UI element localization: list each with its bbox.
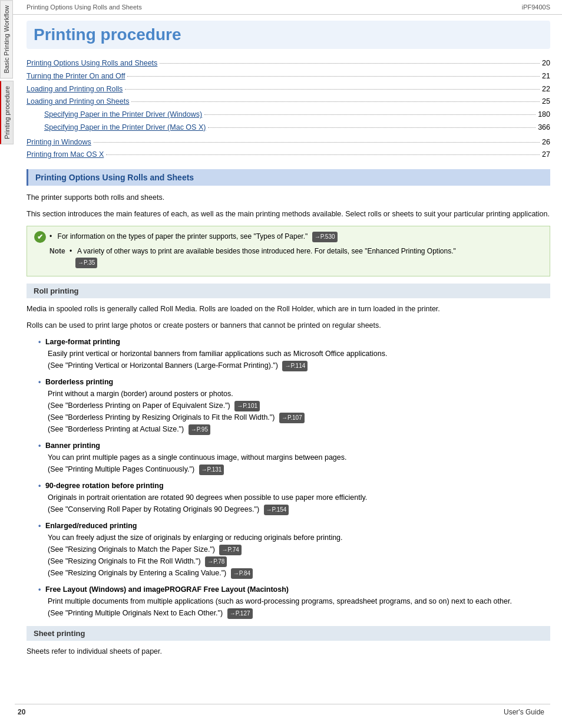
ref-p95[interactable]: →P.95 — [189, 424, 210, 435]
toc-dots — [160, 63, 540, 64]
bullet-ref-line: (See "Conserving Roll Paper by Rotating … — [38, 503, 550, 515]
bullet-dot-icon: • — [38, 522, 41, 530]
toc-row: Loading and Printing on Rolls 22 — [27, 84, 550, 95]
bullet-ref-line: (See "Borderless Printing at Actual Size… — [38, 423, 550, 435]
toc: Printing Options Using Rolls and Sheets … — [27, 58, 550, 160]
top-bar: Printing Options Using Rolls and Sheets … — [0, 0, 562, 15]
note-ref2[interactable]: →P.35 — [75, 258, 97, 268]
bullet-ref-line: (See "Resizing Originals by Entering a S… — [38, 567, 550, 579]
note-bullet1-row: • For information on the types of paper … — [49, 231, 456, 242]
toc-page: 27 — [542, 149, 550, 160]
toc-dots — [125, 89, 540, 90]
bullet-title-row: • Large-format printing — [38, 336, 550, 348]
note-bullet2-row: Note • A variety of other ways to print … — [49, 246, 456, 257]
bullet-free-layout: • Free Layout (Windows) and imagePROGRAF… — [38, 584, 550, 619]
bullet-enlarge: • Enlarged/reduced printing You can free… — [38, 520, 550, 579]
sidebar-tab-printing-procedure[interactable]: Printing procedure — [0, 81, 14, 144]
bullet-title-row: • Banner printing — [38, 440, 550, 452]
section1-intro2: This section introduces the main feature… — [27, 208, 550, 220]
roll-desc1: Media in spooled rolls is generally call… — [27, 303, 550, 315]
bullet-detail: You can freely adjust the size of origin… — [38, 532, 550, 543]
breadcrumb-left: Printing Options Using Rolls and Sheets — [27, 4, 142, 11]
bullet-title-text: Borderless printing — [45, 378, 113, 386]
toc-page: 22 — [542, 84, 550, 95]
sheet-printing-header: Sheet printing — [27, 626, 550, 641]
side-tabs: Basic Printing Workflow Printing procedu… — [0, 0, 13, 728]
bullet-title-text: 90-degree rotation before printing — [45, 482, 164, 490]
bullet-dot-icon: • — [38, 482, 41, 490]
toc-row: Printing in Windows 26 — [27, 137, 550, 148]
toc-dots — [208, 127, 535, 128]
bullet-detail: Easily print vertical or horizontal bann… — [38, 348, 550, 360]
bullet-ref-line: (See "Resizing Originals to Fit the Roll… — [38, 555, 550, 567]
bullet-title-row: • Enlarged/reduced printing — [38, 520, 550, 532]
toc-item-label[interactable]: Printing Options Using Rolls and Sheets — [27, 58, 157, 69]
bullet-ref-line: (See "Resizing Originals to Match the Pa… — [38, 543, 550, 555]
ref-p107[interactable]: →P.107 — [279, 413, 305, 423]
toc-item-label[interactable]: Specifying Paper in the Printer Driver (… — [44, 109, 202, 120]
ref-p131[interactable]: →P.131 — [199, 465, 224, 475]
section-header-printing-options: Printing Options Using Rolls and Sheets — [27, 169, 550, 186]
roll-printing-header: Roll printing — [27, 284, 550, 298]
footer-text: User's Guide — [504, 708, 544, 716]
toc-item-label[interactable]: Turning the Printer On and Off — [27, 71, 125, 82]
toc-item-label[interactable]: Printing in Windows — [27, 137, 91, 148]
ref-p78[interactable]: →P.78 — [205, 556, 227, 567]
bullet-dot-icon: • — [38, 442, 41, 450]
toc-row: Specifying Paper in the Printer Driver (… — [27, 109, 550, 120]
note-bullet2-text: A variety of other ways to print are ava… — [77, 247, 456, 255]
toc-dots — [127, 76, 540, 77]
ref-p127[interactable]: →P.127 — [227, 608, 253, 619]
note-box: ✔ • For information on the types of pape… — [27, 226, 550, 276]
bullet-detail: Print multiple documents from multiple a… — [38, 595, 550, 607]
ref-p154[interactable]: →P.154 — [264, 505, 289, 515]
bullet-rotation: • 90-degree rotation before printing Ori… — [38, 480, 550, 515]
note-bullet1-text: For information on the types of paper th… — [58, 232, 308, 241]
toc-item-label[interactable]: Loading and Printing on Rolls — [27, 84, 123, 95]
toc-item-label[interactable]: Specifying Paper in the Printer Driver (… — [44, 122, 206, 133]
note-row: ✔ • For information on the types of pape… — [34, 231, 543, 269]
toc-item-label[interactable]: Printing from Mac OS X — [27, 149, 104, 160]
toc-page: 366 — [538, 122, 550, 133]
ref-p84[interactable]: →P.84 — [231, 568, 253, 579]
bullet-large-format: • Large-format printing Easily print ver… — [38, 336, 550, 371]
bullet-title-row: • Free Layout (Windows) and imagePROGRAF… — [38, 584, 550, 595]
toc-row: Loading and Printing on Sheets 25 — [27, 96, 550, 107]
bullet-detail: You can print multiple pages as a single… — [38, 452, 550, 463]
bullet-dot-icon: • — [38, 585, 41, 594]
toc-row: Printing Options Using Rolls and Sheets … — [27, 58, 550, 69]
note-check-icon: ✔ — [34, 231, 46, 243]
toc-page: 180 — [538, 109, 550, 120]
bullet-title-text: Banner printing — [45, 442, 100, 450]
toc-page: 21 — [542, 71, 550, 82]
toc-dots — [106, 154, 540, 155]
breadcrumb-right: iPF9400S — [522, 4, 550, 11]
bullet-detail: Print without a margin (border) around p… — [38, 388, 550, 400]
roll-desc2: Rolls can be used to print large photos … — [27, 319, 550, 331]
bullet-banner: • Banner printing You can print multiple… — [38, 440, 550, 475]
toc-dots — [131, 101, 540, 102]
toc-dots — [94, 142, 540, 143]
bullet-detail: Originals in portrait orientation are ro… — [38, 492, 550, 503]
bullet-ref-line: (See "Printing Multiple Originals Next t… — [38, 607, 550, 619]
ref-p74[interactable]: →P.74 — [219, 545, 241, 555]
toc-dots — [204, 114, 535, 115]
bottom-divider — [15, 704, 550, 704]
bullet-ref-line: (See "Borderless Printing on Paper of Eq… — [38, 400, 550, 411]
bullet-title-text: Large-format printing — [45, 338, 120, 346]
note-ref1[interactable]: →P.530 — [312, 232, 338, 242]
section1-intro1: The printer supports both rolls and shee… — [27, 192, 550, 203]
bullet-borderless: • Borderless printing Print without a ma… — [38, 376, 550, 435]
bullet-title-text: Free Layout (Windows) and imagePROGRAF F… — [45, 585, 289, 594]
toc-row: Turning the Printer On and Off 21 — [27, 71, 550, 82]
toc-row: Specifying Paper in the Printer Driver (… — [27, 122, 550, 133]
ref-p114[interactable]: →P.114 — [282, 361, 308, 371]
toc-item-label[interactable]: Loading and Printing on Sheets — [27, 96, 129, 107]
bullet-title-row: • Borderless printing — [38, 376, 550, 388]
roll-bullets: • Large-format printing Easily print ver… — [38, 336, 550, 619]
ref-p101[interactable]: →P.101 — [234, 401, 260, 411]
toc-page: 25 — [542, 96, 550, 107]
bullet-ref-line: (See "Printing Vertical or Horizontal Ba… — [38, 360, 550, 371]
toc-page: 20 — [542, 58, 550, 69]
sidebar-tab-basic-printing[interactable]: Basic Printing Workflow — [0, 0, 13, 78]
